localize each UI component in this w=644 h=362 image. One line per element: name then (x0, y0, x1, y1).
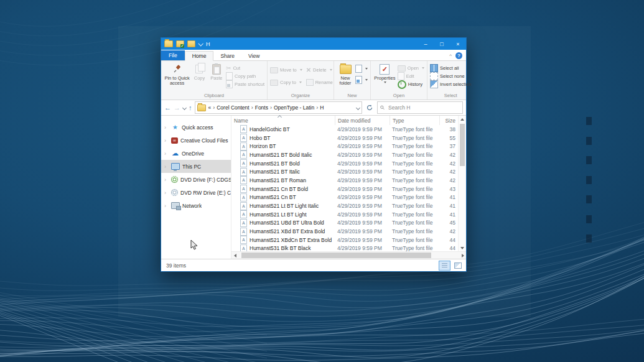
breadcrumb-overflow[interactable]: « (208, 104, 212, 111)
truetype-file-icon: A (240, 202, 247, 210)
expand-chevron-icon[interactable]: › (164, 177, 169, 183)
forward-button[interactable]: → (174, 104, 180, 111)
rename-button[interactable]: Rename (306, 78, 333, 86)
expand-chevron-icon[interactable]: › (164, 203, 169, 209)
group-clipboard: Pin to Quick access Copy Paste ✂ Cut (161, 61, 268, 100)
breadcrumb-item[interactable]: › H (316, 104, 324, 111)
sidebar-item[interactable]: › This PC (161, 160, 231, 173)
properties-button[interactable]: ✓ Properties (373, 63, 396, 83)
file-row[interactable]: AHumanst521 Lt BT Light 4/29/2019 9:59 P… (231, 210, 458, 219)
search-input[interactable] (387, 104, 460, 111)
up-button[interactable]: ↑ (189, 104, 192, 111)
expand-chevron-icon[interactable]: › (164, 190, 169, 196)
invert-selection-button[interactable]: Invert selection (430, 80, 471, 88)
close-button[interactable]: × (450, 38, 466, 50)
maximize-button[interactable]: □ (434, 38, 450, 50)
copy-icon (195, 63, 203, 75)
file-row[interactable]: AHumanst521 XBdCn BT Extra Bold 4/29/201… (231, 236, 458, 244)
minimize-button[interactable]: – (418, 38, 434, 50)
open-button[interactable]: Open (398, 64, 424, 72)
expand-chevron-icon[interactable]: › (164, 151, 169, 157)
properties-qat-icon[interactable] (176, 40, 184, 47)
select-all-button[interactable]: Select all (430, 64, 471, 72)
paste-shortcut-button[interactable]: Paste shortcut (226, 80, 264, 88)
search-box[interactable] (377, 101, 463, 114)
rename-icon (306, 79, 314, 86)
scroll-down-icon[interactable] (459, 244, 466, 251)
file-row[interactable]: AHandelGothic BT 4/29/2019 9:59 PM TrueT… (231, 125, 458, 134)
group-label-new: New (334, 92, 370, 100)
sidebar-item[interactable]: › OneDrive (161, 147, 231, 160)
paste-button[interactable]: Paste (208, 63, 225, 81)
horizontal-scrollbar[interactable] (231, 251, 466, 259)
sidebar-item[interactable]: › DVD Drive (F:) CDGS202 (161, 173, 231, 186)
file-row[interactable]: AHumanst521 Cn BT 4/29/2019 9:59 PM True… (231, 193, 458, 202)
refresh-button[interactable] (365, 102, 375, 113)
address-box[interactable]: « › Corel Content › Fonts › OpenType - L… (195, 101, 363, 114)
expand-chevron-icon[interactable]: › (164, 124, 169, 131)
select-none-button[interactable]: Select none (430, 72, 471, 80)
address-dropdown-chevron-icon[interactable] (356, 105, 360, 109)
new-folder-qat-icon[interactable] (187, 40, 195, 47)
sort-ascending-icon (278, 116, 282, 118)
copy-to-button[interactable]: Copy to (270, 78, 302, 86)
recent-locations-chevron-icon[interactable] (182, 105, 187, 109)
tab-home[interactable]: Home (185, 51, 214, 61)
file-explorer-window: H – □ × File Home Share View ^ ? (161, 37, 467, 272)
back-button[interactable]: ← (164, 104, 171, 111)
file-row[interactable]: AHumanst521 XBd BT Extra Bold 4/29/2019 … (231, 227, 458, 236)
file-row[interactable]: AHumanst521 UBd BT Ultra Bold 4/29/2019 … (231, 219, 458, 228)
help-button[interactable]: ? (455, 52, 462, 59)
title-bar[interactable]: H – □ × (161, 38, 466, 50)
delete-button[interactable]: ✕ Delete (306, 66, 333, 74)
sidebar-item[interactable]: › Creative Cloud Files (161, 134, 231, 147)
vertical-scrollbar[interactable] (458, 116, 466, 251)
copy-path-button[interactable]: Copy path (226, 72, 264, 80)
copy-button[interactable]: Copy (192, 63, 207, 81)
easy-access-button[interactable] (355, 76, 368, 84)
cut-button[interactable]: ✂ Cut (226, 64, 264, 72)
file-row[interactable]: AHumanst521 BT Roman 4/29/2019 9:59 PM T… (231, 176, 458, 185)
paste-shortcut-icon (226, 80, 233, 88)
new-folder-button[interactable]: New folder (337, 63, 354, 86)
scroll-up-icon[interactable] (459, 116, 466, 123)
column-header-type[interactable]: Type (390, 116, 439, 125)
file-row[interactable]: AHumanst521 BT Bold 4/29/2019 9:59 PM Tr… (231, 159, 458, 168)
expand-chevron-icon[interactable]: › (164, 164, 169, 170)
pin-to-quick-access-button[interactable]: Pin to Quick access (164, 63, 190, 86)
file-row[interactable]: AHorizon BT 4/29/2019 9:59 PM TrueType f… (231, 142, 458, 151)
customize-qat-chevron-icon[interactable] (198, 41, 203, 46)
column-header-size[interactable]: Size (439, 116, 458, 125)
new-item-button[interactable] (355, 65, 368, 73)
thumbnails-view-button[interactable] (452, 261, 464, 271)
sidebar-item[interactable]: › Network (161, 199, 231, 212)
scroll-left-icon[interactable] (231, 252, 238, 259)
tab-view[interactable]: View (241, 52, 266, 60)
file-row[interactable]: AHumanst521 BT Italic 4/29/2019 9:59 PM … (231, 167, 458, 176)
truetype-file-icon: A (240, 228, 247, 236)
breadcrumb-item[interactable]: › Corel Content (213, 104, 249, 111)
file-row[interactable]: AHumanst521 Cn BT Bold 4/29/2019 9:59 PM… (231, 185, 458, 193)
tab-share[interactable]: Share (213, 52, 241, 60)
vertical-scroll-thumb[interactable] (460, 124, 465, 166)
edit-button[interactable]: Edit (398, 72, 424, 80)
tab-file[interactable]: File (161, 50, 185, 60)
file-row[interactable]: AHumanst521 Lt BT Light Italic 4/29/2019… (231, 202, 458, 210)
breadcrumb-item[interactable]: › Fonts (251, 104, 268, 111)
column-header-name[interactable]: Name (231, 116, 335, 125)
breadcrumb-item[interactable]: › OpenType - Latin (270, 104, 314, 111)
column-header-date[interactable]: Date modified (335, 116, 390, 125)
file-row[interactable]: AHobo BT 4/29/2019 9:59 PM TrueType font… (231, 134, 458, 142)
expand-chevron-icon[interactable]: › (164, 137, 169, 144)
move-to-button[interactable]: Move to (270, 66, 302, 74)
truetype-file-icon: A (240, 176, 247, 184)
chevron-right-icon: › (316, 104, 318, 111)
sidebar-item[interactable]: › DVD RW Drive (E:) CD50 (161, 186, 231, 199)
collapse-ribbon-icon[interactable]: ^ (449, 53, 452, 58)
file-row[interactable]: AHumanst521 BT Bold Italic 4/29/2019 9:5… (231, 151, 458, 159)
history-button[interactable]: History (398, 80, 424, 88)
details-view-button[interactable] (439, 261, 450, 271)
horizontal-scroll-thumb[interactable] (241, 253, 431, 258)
scroll-right-icon[interactable] (459, 252, 466, 259)
sidebar-item[interactable]: › Quick access (161, 121, 231, 134)
